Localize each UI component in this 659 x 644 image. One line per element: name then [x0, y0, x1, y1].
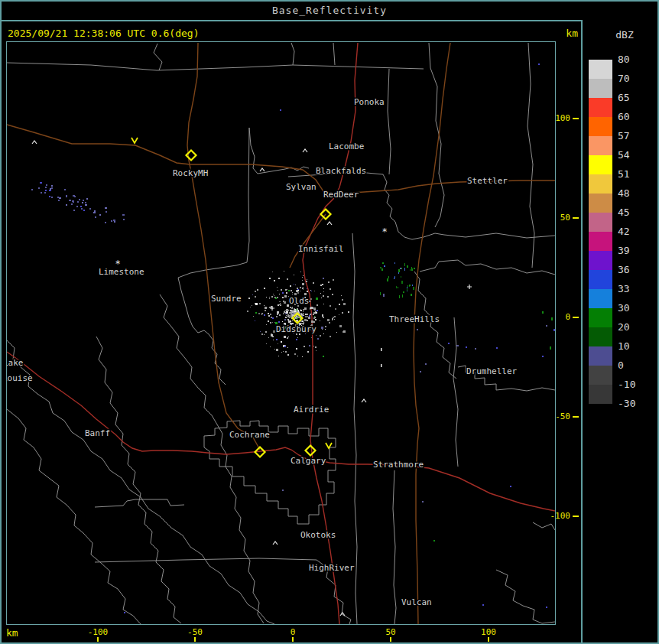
city-label: RedDeer — [323, 190, 359, 200]
city-label: Banff — [85, 428, 110, 438]
city-label: Drumheller — [466, 366, 518, 376]
legend-swatch — [589, 346, 612, 366]
road-brown — [7, 125, 326, 197]
legend-value-label: 57 — [618, 130, 653, 142]
map-boundary — [291, 43, 294, 65]
y-axis-tick — [573, 118, 579, 119]
y-axis-tick — [573, 317, 579, 318]
legend-value-label: 45 — [618, 207, 653, 219]
map-boundary — [496, 570, 555, 623]
city-label: Innisfail — [298, 244, 344, 254]
town-caret-icon — [327, 222, 332, 225]
town-caret-icon — [303, 149, 307, 152]
legend-swatch — [589, 366, 612, 385]
legend-value-label: 39 — [618, 245, 653, 257]
radar-site-diamond-icon — [306, 446, 316, 456]
timestamp-elevation-label: 2025/09/21 12:38:06 UTC 0.6(deg) — [8, 28, 199, 39]
legend-swatch — [589, 117, 612, 136]
town-caret-icon — [362, 399, 366, 402]
x-axis-tick-label: 0 — [276, 627, 310, 637]
city-label: Okotoks — [300, 530, 336, 540]
map-boundary — [154, 44, 162, 70]
x-axis-tick — [292, 637, 294, 642]
city-label: ThreeHills — [389, 314, 440, 324]
window-title: Base_Reflectivity — [272, 5, 387, 16]
legend-value-label: 42 — [618, 226, 653, 238]
legend-swatch — [589, 251, 612, 270]
city-label: Limestone — [99, 267, 144, 277]
legend-value-label: 48 — [618, 187, 653, 200]
legend-unit-label: dBZ — [605, 29, 644, 41]
road-red — [313, 459, 555, 511]
legend-swatch — [589, 155, 612, 174]
city-label: Calgary — [291, 456, 326, 466]
title-bar: Base_Reflectivity — [0, 0, 659, 21]
map-boundary — [7, 409, 141, 624]
city-label: RockyMH — [173, 168, 208, 178]
map-boundary — [528, 43, 534, 268]
legend-value-label: 0 — [618, 359, 653, 372]
town-caret-icon — [32, 141, 37, 144]
radar-map-panel: **PonokaLacombeBlackfaldsStettlerSylvanR… — [6, 41, 556, 625]
city-label: Sundre — [211, 294, 242, 304]
road-red — [7, 352, 313, 459]
city-label: Lake — [7, 358, 24, 368]
legend-swatch — [589, 213, 612, 232]
map-boundary — [333, 43, 335, 65]
town-caret-icon — [340, 613, 345, 616]
map-boundary — [414, 272, 456, 379]
map-boundary — [453, 317, 458, 467]
legend-swatch — [589, 232, 612, 251]
x-axis-tick-label: -100 — [81, 627, 115, 637]
city-label: Strathmore — [373, 460, 424, 470]
city-label: Olds — [289, 296, 310, 306]
city-label: Stettler — [467, 176, 508, 186]
y-axis-unit-label: km — [528, 28, 578, 39]
x-axis-tick — [194, 637, 196, 642]
legend-value-label: 60 — [618, 111, 653, 123]
road-brown — [326, 181, 555, 197]
y-axis-tick-label: 50 — [534, 213, 570, 223]
city-label: Didsbury — [276, 324, 317, 334]
legend-value-label: 20 — [618, 321, 653, 333]
legend-swatch — [589, 270, 612, 289]
legend-value-label: 51 — [618, 168, 653, 181]
legend-value-label: 33 — [618, 283, 653, 295]
asterisk-marker-icon: * — [381, 226, 387, 237]
legend-swatch — [589, 289, 612, 308]
city-label: Sylvan — [286, 182, 317, 192]
city-label: Airdrie — [294, 405, 329, 415]
legend-value-label: 70 — [618, 73, 653, 85]
x-axis-unit-label: km — [6, 627, 18, 639]
legend-value-label: 54 — [618, 149, 653, 161]
city-label: Lacombe — [329, 141, 364, 151]
town-caret-icon — [260, 168, 265, 171]
x-axis-tick — [97, 637, 99, 642]
map-boundary — [7, 340, 274, 624]
city-label: Ponoka — [354, 97, 385, 107]
legend-swatch — [589, 98, 612, 117]
legend-value-label: 30 — [618, 302, 653, 314]
city-label: Louise — [7, 373, 33, 383]
map-boundary — [429, 43, 444, 227]
town-caret-icon — [273, 542, 278, 545]
city-label: HighRiver — [309, 563, 355, 573]
map-boundary — [388, 69, 391, 174]
y-axis-tick-label: -100 — [534, 511, 570, 522]
wind-v-marker-icon — [131, 138, 138, 143]
radar-map: **PonokaLacombeBlackfaldsStettlerSylvanR… — [7, 42, 555, 624]
legend-swatch — [589, 79, 612, 98]
dash-marker-icon — [381, 364, 382, 367]
legend-value-label: -30 — [618, 398, 653, 410]
map-boundary — [533, 522, 555, 530]
legend-swatch — [589, 194, 612, 213]
map-boundary — [178, 128, 249, 278]
x-axis-tick — [488, 637, 489, 642]
reflectivity-legend: dBZ 807065605754514845423936333020100-10… — [583, 20, 659, 644]
legend-value-label: 36 — [618, 264, 653, 276]
x-axis-tick — [390, 637, 391, 642]
map-boundary — [393, 470, 396, 624]
plus-marker-icon — [467, 285, 472, 289]
y-axis-tick-label: 100 — [534, 113, 570, 124]
radar-app-window: Base_Reflectivity 2025/09/21 12:38:06 UT… — [0, 0, 659, 644]
